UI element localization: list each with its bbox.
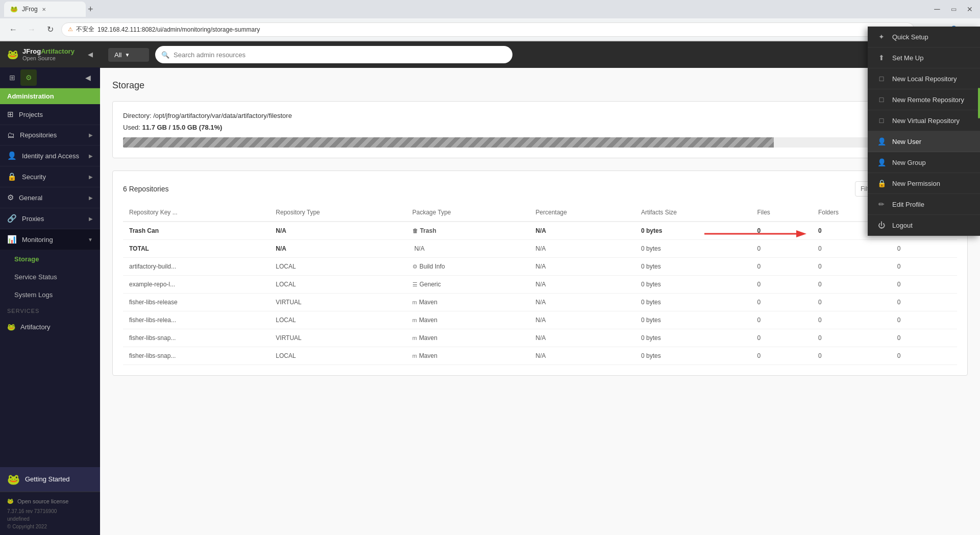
cell-percentage: N/A [529,240,635,258]
security-warning-icon: ⚠ [68,26,73,33]
col-artifacts-size: Artifacts Size [635,204,751,222]
cell-repo-type: LOCAL [270,311,406,329]
sidebar-subitem-system-logs[interactable]: System Logs [0,286,100,304]
sidebar-item-proxies[interactable]: 🔗 Proxies ▶ [0,208,100,229]
cell-repo-key: fisher-libs-relea... [123,311,270,329]
close-window-button[interactable]: ✕ [964,3,976,15]
dropdown-item-new-permission[interactable]: 🔒New Permission [868,173,980,194]
dropdown-item-new-local-repo[interactable]: □New Local Repository [868,68,980,89]
dropdown-item-new-user[interactable]: 👤New User [868,131,980,152]
all-dropdown-button[interactable]: All ▼ [108,48,149,62]
top-bar: All ▼ 🔍 ? Welcome, admin ▲ [100,41,980,68]
sidebar-item-general[interactable]: ⚙ General ▶ [0,187,100,208]
storage-progress-fill [123,137,774,148]
address-bar[interactable]: ⚠ 不安全 192.168.42.111:8082/ui/admin/monit… [61,22,915,37]
cell-size: 0 bytes [635,329,751,347]
dropdown-item-icon: ✦ [877,33,886,41]
pkg-icon: m [412,317,417,323]
cell-items: 0 [891,329,957,347]
cell-pkg-type: 🗑Trash [406,222,530,240]
footer-logo-row: 🐸 Open source license [7,497,93,506]
search-input[interactable] [155,46,512,63]
red-arrow-indicator [699,226,812,241]
new-tab-button[interactable]: + [88,4,93,15]
refresh-button[interactable]: ↻ [43,22,57,37]
restore-button[interactable]: ▭ [947,3,960,15]
sidebar-item-identity[interactable]: 👤 Identity and Access ▶ [0,145,100,166]
dropdown-item-edit-profile[interactable]: ✏Edit Profile [868,194,980,215]
sidebar-item-projects[interactable]: ⊞ Projects [0,104,100,125]
sidebar-item-repositories[interactable]: 🗂 Repositories ▶ [0,125,100,145]
pkg-icon: ☰ [412,281,418,287]
repos-table: Repository Key ... Repository Type Packa… [123,204,957,365]
col-repo-key: Repository Key ... [123,204,270,222]
search-wrapper: 🔍 [155,46,512,63]
tab-close-button[interactable]: ✕ [42,7,46,12]
cell-percentage: N/A [529,329,635,347]
dropdown-item-quick-setup[interactable]: ✦Quick Setup [868,27,980,47]
cell-folders: 0 [812,258,891,276]
content-area: Storage Directory: /opt/jfrog/artifactor… [100,68,980,535]
pkg-label: Maven [419,299,437,306]
sidebar-icons-row: ⊞ ⚙ ◀ [0,67,100,88]
footer-logo-text: Open source license [17,497,68,506]
cell-pkg-type: mMaven [406,311,530,329]
footer-copyright: © Copyright 2022 [7,523,93,530]
cell-items: 0 [891,258,957,276]
general-icon: ⚙ [7,193,14,202]
pkg-label: Maven [419,317,437,324]
dropdown-item-logout[interactable]: ⏻Logout [868,215,980,236]
storage-info-box: Directory: /opt/jfrog/artifactory/var/da… [112,101,968,158]
dropdown-item-new-virtual-repo[interactable]: □New Virtual Repository [868,110,980,131]
pkg-label: N/A [414,245,425,252]
pkg-label: Trash [420,227,436,234]
browser-tab-active[interactable]: 🐸 JFrog ✕ [4,2,86,17]
gear-icon-button[interactable]: ⚙ [20,69,37,86]
cell-folders: 0 [812,240,891,258]
cell-files: 0 [751,329,812,347]
search-bar-container: 🔍 [155,46,512,63]
sidebar-pin-button[interactable]: ◀ [80,69,96,86]
forward-button[interactable]: → [24,22,39,37]
proxies-arrow: ▶ [89,216,93,222]
projects-icon: ⊞ [7,110,14,119]
dropdown-item-label: New Permission [892,180,940,187]
sidebar-item-security[interactable]: 🔒 Security ▶ [0,166,100,187]
security-arrow: ▶ [89,174,93,180]
cell-size: 0 bytes [635,258,751,276]
sidebar-item-artifactory[interactable]: 🐸 Artifactory [0,318,100,336]
cell-files: 0 [751,240,812,258]
getting-started-button[interactable]: 🐸 Getting Started [0,467,100,492]
dropdown-item-set-me-up[interactable]: ⬆Set Me Up [868,47,980,68]
sidebar-item-monitoring[interactable]: 📊 Monitoring ▼ [0,229,100,250]
col-repo-type: Repository Type [270,204,406,222]
search-icon: 🔍 [161,51,169,59]
sidebar-collapse-button[interactable]: ◀ [88,51,93,58]
artifactory-icon: 🐸 [7,323,15,331]
admin-bar: Administration [0,88,100,104]
cell-repo-type: VIRTUAL [270,329,406,347]
dropdown-label: All [114,51,121,59]
repos-count-label: 6 Repositories [123,185,169,193]
sidebar-subitem-service-status[interactable]: Service Status [0,268,100,286]
sidebar-title: JFrogArtifactory Open Source [22,47,75,61]
dropdown-item-icon: □ [877,116,886,125]
cell-items: 0 [891,276,957,294]
dropdown-item-new-remote-repo[interactable]: □New Remote Repository [868,89,980,110]
footer-undefined: undefined [7,515,93,523]
app-container: 🐸 JFrogArtifactory Open Source ◀ ⊞ ⚙ ◀ A… [0,41,980,535]
cell-files: 0 [751,311,812,329]
grid-icon-button[interactable]: ⊞ [4,69,20,86]
cell-pkg-type: mMaven [406,347,530,365]
dropdown-item-icon: 👤 [877,158,886,166]
sidebar-subitem-storage[interactable]: Storage [0,250,100,268]
pkg-label: Build Info [420,263,445,270]
back-button[interactable]: ← [6,22,20,37]
user-dropdown-menu: ✦Quick Setup⬆Set Me Up□New Local Reposit… [868,27,980,236]
minimize-button[interactable]: ─ [931,3,943,15]
table-row: Trash Can N/A 🗑Trash N/A 0 bytes 0 0 0 [123,222,957,240]
security-icon: 🔒 [7,172,17,181]
dropdown-item-new-group[interactable]: 👤New Group [868,152,980,173]
cell-pkg-type: ☰Generic [406,276,530,294]
dropdown-item-label: Set Me Up [892,54,923,62]
